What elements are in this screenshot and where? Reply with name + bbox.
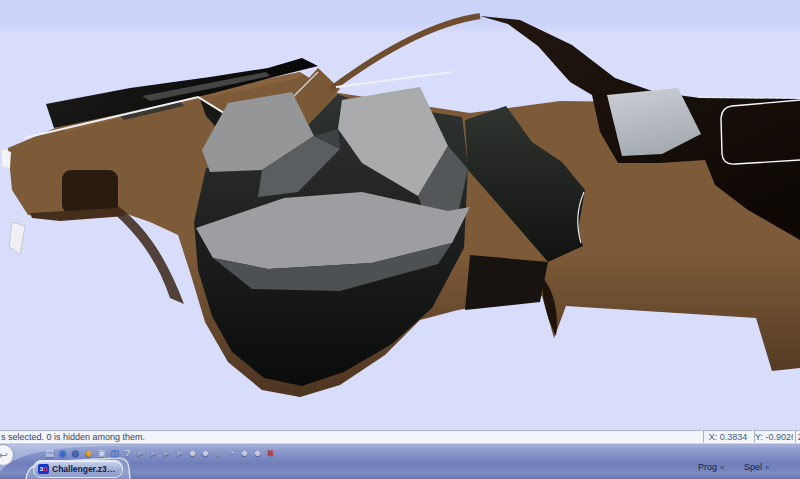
remove-icon[interactable]: ✖ [265, 448, 276, 459]
user-icon[interactable]: ☻ [252, 448, 263, 459]
cursor-tool-icon[interactable]: ► [148, 448, 159, 459]
car-front-light[interactable] [9, 222, 25, 255]
quick-launch-bar: ▤◉◍◆▣◫?►►►►☻☻⌂◔☻☻✖ [44, 448, 276, 460]
browser-globe-icon[interactable]: ◉ [57, 448, 68, 459]
messenger-icon[interactable]: ◍ [70, 448, 81, 459]
status-bar: s selected. 0 is hidden among them. X: 0… [0, 430, 800, 443]
key-icon[interactable]: ⌂ [213, 448, 224, 459]
taskbar-toolbar-prog[interactable]: Prog» [698, 462, 724, 474]
status-coord-y: Y: -0.9026 [754, 430, 794, 443]
application-window: s selected. 0 is hidden among them. X: 0… [0, 0, 800, 479]
chevron-icon[interactable]: » [720, 463, 724, 472]
status-coord-x: X: 0.3834 [703, 430, 753, 443]
cursor-tool-icon[interactable]: ► [174, 448, 185, 459]
media-player-icon[interactable]: ▣ [96, 448, 107, 459]
car-model[interactable] [0, 0, 800, 430]
user-icon[interactable]: ☻ [187, 448, 198, 459]
car-front-wheel-well[interactable] [62, 170, 118, 214]
car-roof-edge-wireframe[interactable] [698, 97, 800, 98]
cursor-tool-icon[interactable]: ► [161, 448, 172, 459]
shield-update-icon[interactable]: ◆ [83, 448, 94, 459]
user-icon[interactable]: ☻ [200, 448, 211, 459]
car-side-marker-light[interactable] [2, 149, 11, 168]
status-coord-z: Z: [795, 430, 800, 443]
viewport-3d[interactable] [0, 0, 800, 430]
status-selection-text: s selected. 0 is hidden among them. [0, 430, 702, 443]
cursor-tool-icon[interactable]: ► [135, 448, 146, 459]
help-icon[interactable]: ? [122, 448, 133, 459]
taskbar-window-button-challenger[interactable]: 3D Challenger.z3d - ... [33, 460, 123, 478]
clock-icon[interactable]: ◔ [226, 448, 237, 459]
taskbar: ↩ ▤◉◍◆▣◫?►►►►☻☻⌂◔☻☻✖ 3D Challenger.z3d -… [0, 443, 800, 479]
zmodeler-3d-icon: 3D [38, 464, 49, 474]
taskbar-toolbar-spel[interactable]: Spel» [744, 462, 769, 474]
chevron-icon[interactable]: » [765, 463, 769, 472]
taskbar-window-button-label: Challenger.z3d - ... [52, 464, 118, 474]
user-icon[interactable]: ☻ [239, 448, 250, 459]
car-rocker-shadow[interactable] [465, 255, 548, 310]
mail-icon[interactable]: ◫ [109, 448, 120, 459]
document-icon[interactable]: ▤ [44, 448, 55, 459]
